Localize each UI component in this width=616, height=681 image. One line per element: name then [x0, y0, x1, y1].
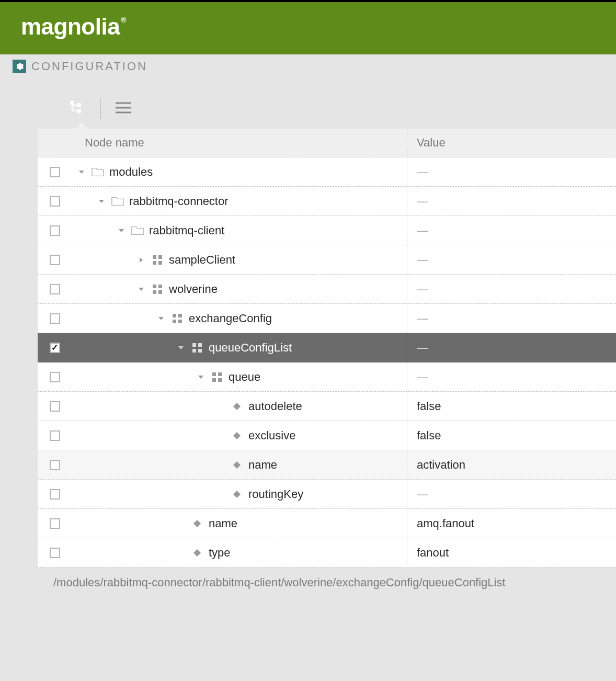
value-cell: activation — [407, 458, 616, 472]
empty-value-dash: — — [417, 487, 428, 501]
table-row[interactable]: nameamq.fanout — [38, 509, 616, 538]
svg-rect-26 — [218, 372, 222, 376]
row-checkbox[interactable] — [50, 548, 60, 558]
svg-rect-14 — [158, 285, 162, 288]
node-label: queueConfigList — [209, 341, 292, 355]
tree-view-icon[interactable] — [70, 101, 86, 117]
node-label: wolverine — [169, 282, 218, 296]
list-view-icon[interactable] — [116, 101, 131, 116]
svg-rect-34 — [193, 549, 201, 556]
svg-rect-23 — [192, 349, 196, 353]
folder-icon — [111, 195, 124, 208]
row-checkbox[interactable] — [50, 225, 60, 236]
table-header: Node name Value — [38, 129, 616, 157]
checkbox-cell — [38, 518, 61, 529]
empty-value-dash: — — [417, 341, 428, 354]
row-checkbox[interactable] — [50, 313, 60, 324]
value-cell: — — [407, 341, 616, 355]
node-cell: name — [61, 509, 407, 538]
chevron-down-icon[interactable] — [176, 343, 186, 353]
table-row[interactable]: modules— — [38, 157, 616, 187]
node-label: type — [209, 546, 231, 560]
checkbox-cell — [38, 255, 61, 265]
toolbar — [38, 89, 616, 129]
property-icon — [231, 488, 243, 501]
svg-rect-27 — [212, 378, 216, 382]
chevron-down-icon[interactable] — [97, 197, 106, 206]
checkbox-cell — [38, 372, 61, 382]
node-label: name — [209, 517, 237, 530]
value-cell: — — [407, 165, 616, 179]
node-cell: queueConfigList — [61, 333, 407, 362]
property-icon — [231, 429, 243, 442]
svg-rect-19 — [173, 320, 176, 323]
column-header-node[interactable]: Node name — [38, 129, 407, 157]
checkbox-cell — [38, 284, 61, 294]
section-title: CONFIGURATION — [31, 60, 147, 73]
svg-rect-1 — [77, 103, 81, 107]
node-cell: routingKey — [61, 480, 407, 508]
chevron-down-icon[interactable] — [117, 226, 126, 235]
svg-rect-29 — [233, 402, 241, 410]
checkbox-cell — [38, 548, 61, 558]
row-checkbox[interactable] — [50, 343, 60, 353]
node-cell: exchangeConfig — [61, 304, 407, 333]
row-checkbox[interactable] — [50, 460, 60, 470]
node-cell: rabbitmq-client — [61, 216, 407, 245]
row-checkbox[interactable] — [50, 372, 60, 382]
chevron-down-icon[interactable] — [136, 285, 146, 294]
table-row[interactable]: queue— — [38, 362, 616, 392]
node-cell: sampleClient — [61, 245, 407, 274]
table-row[interactable]: typefanout — [38, 538, 616, 568]
chevron-down-icon[interactable] — [196, 372, 206, 382]
svg-rect-0 — [70, 101, 74, 105]
empty-value-dash: — — [417, 282, 428, 296]
table-row[interactable]: sampleClient— — [38, 245, 616, 275]
value-cell: amq.fanout — [407, 517, 616, 530]
svg-rect-28 — [218, 378, 222, 382]
chevron-right-icon[interactable] — [136, 255, 146, 265]
row-checkbox[interactable] — [50, 518, 60, 529]
chevron-down-icon[interactable] — [77, 167, 86, 177]
row-checkbox[interactable] — [50, 489, 60, 500]
table-row[interactable]: rabbitmq-client— — [38, 216, 616, 245]
checkbox-cell — [38, 430, 61, 441]
table-row[interactable]: exclusivefalse — [38, 421, 616, 450]
svg-rect-31 — [233, 461, 241, 468]
svg-rect-2 — [77, 109, 81, 113]
folder-icon — [92, 166, 104, 178]
table-row[interactable]: rabbitmq-connector— — [38, 187, 616, 216]
node-label: routingKey — [248, 487, 303, 501]
empty-value-dash: — — [417, 195, 428, 208]
table-row[interactable]: nameactivation — [38, 450, 616, 480]
table-row[interactable]: autodeletefalse — [38, 392, 616, 421]
empty-value-dash: — — [417, 165, 428, 178]
chevron-down-icon[interactable] — [156, 314, 166, 323]
checkbox-cell — [38, 225, 61, 236]
svg-rect-22 — [198, 343, 202, 347]
breadcrumb-path: /modules/rabbitmq-connector/rabbitmq-cli… — [38, 568, 616, 605]
row-checkbox[interactable] — [50, 430, 60, 441]
table-row[interactable]: wolverine— — [38, 275, 616, 304]
node-cell: queue — [61, 362, 407, 391]
value-cell: — — [407, 282, 616, 296]
value-cell: — — [407, 195, 616, 208]
empty-value-dash: — — [417, 370, 428, 383]
table-row[interactable]: exchangeConfig— — [38, 304, 616, 333]
svg-rect-30 — [233, 432, 241, 439]
row-checkbox[interactable] — [50, 255, 60, 265]
svg-rect-18 — [178, 314, 182, 317]
column-header-value[interactable]: Value — [407, 129, 616, 157]
row-checkbox[interactable] — [50, 401, 60, 412]
node-label: rabbitmq-connector — [129, 195, 229, 208]
table-row[interactable]: routingKey— — [38, 480, 616, 509]
svg-rect-21 — [192, 343, 196, 347]
node-label: exclusive — [248, 429, 295, 442]
row-checkbox[interactable] — [50, 167, 60, 177]
value-cell: false — [407, 400, 616, 413]
table-row[interactable]: queueConfigList— — [38, 333, 616, 362]
row-checkbox[interactable] — [50, 196, 60, 207]
checkbox-cell — [38, 343, 61, 353]
row-checkbox[interactable] — [50, 284, 60, 294]
svg-rect-9 — [153, 255, 156, 259]
